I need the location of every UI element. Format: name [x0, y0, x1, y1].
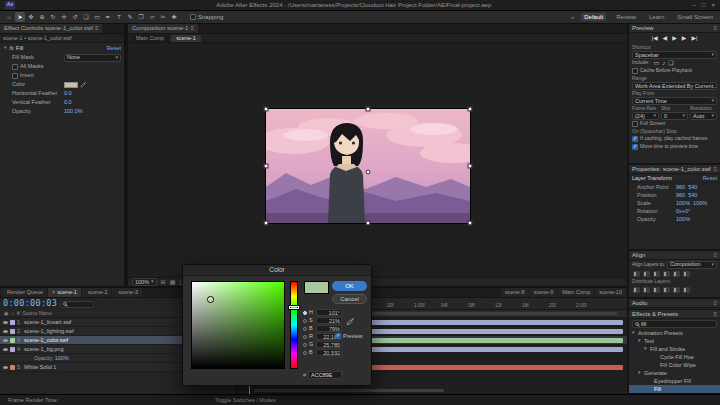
all-masks-checkbox[interactable]: ✓: [12, 64, 18, 70]
toggle-switches-modes-button[interactable]: Toggle Switches / Modes: [215, 397, 276, 403]
visibility-toggle[interactable]: [3, 339, 8, 342]
effects-search-box[interactable]: [632, 320, 717, 328]
timeline-tab[interactable]: scene-2: [82, 288, 112, 297]
minimize-icon[interactable]: –: [693, 2, 696, 9]
visibility-toggle[interactable]: [3, 348, 8, 351]
timeline-tab[interactable]: scene-3: [112, 288, 142, 297]
selection-handle[interactable]: [265, 108, 268, 111]
composition-canvas[interactable]: [266, 109, 470, 223]
preset-item[interactable]: Eyedropper Fill: [629, 377, 720, 385]
preview-toggle[interactable]: ✓ Preview: [335, 333, 363, 339]
pan-behind-tool[interactable]: ❏: [81, 12, 91, 22]
color-marker[interactable]: [207, 296, 214, 303]
clone-stamp-tool[interactable]: ❐: [136, 12, 146, 22]
panel-menu-icon[interactable]: ≡: [713, 311, 717, 318]
position-value[interactable]: 960: [676, 192, 685, 198]
eraser-tool[interactable]: ▱: [147, 12, 157, 22]
rotation-value[interactable]: 0x+0°: [676, 208, 690, 214]
color-component-radio[interactable]: [303, 335, 307, 339]
visibility-toggle[interactable]: [3, 321, 8, 324]
preset-item[interactable]: ▼ Generate: [629, 369, 720, 377]
more-workspaces-icon[interactable]: »: [571, 14, 574, 21]
resolution-dropdown[interactable]: Auto▾: [690, 112, 717, 120]
hue-slider[interactable]: [290, 281, 298, 369]
timeline-search-box[interactable]: [60, 301, 94, 308]
skip-dropdown[interactable]: 0▾: [661, 112, 688, 120]
selection-handle[interactable]: [367, 108, 370, 111]
effects-search-input[interactable]: [641, 321, 714, 327]
fill-opacity-value[interactable]: 100.0%: [64, 108, 83, 114]
range-dropdown[interactable]: Work Area Extended By Current... ▾: [632, 82, 717, 90]
magnification-dropdown[interactable]: 100% ▾: [132, 278, 157, 286]
opacity-value[interactable]: 100%: [676, 216, 690, 222]
twirl-icon[interactable]: ▼: [631, 331, 636, 336]
roto-brush-tool[interactable]: ✂: [158, 12, 168, 22]
label-color-chip[interactable]: [10, 347, 15, 352]
reset-effect-button[interactable]: Reset: [107, 45, 121, 51]
distribute-right-icon[interactable]: [683, 287, 690, 293]
viewer-tab[interactable]: scene-1: [171, 35, 201, 42]
twirl-icon[interactable]: ▼: [637, 371, 642, 376]
preview-checkbox[interactable]: ✓: [335, 333, 341, 339]
align-right-icon[interactable]: [653, 271, 660, 277]
current-time-display[interactable]: 0:00:00:03: [3, 299, 57, 308]
label-color-chip[interactable]: [10, 365, 15, 370]
preset-item[interactable]: Cycle Fill Hue: [629, 353, 720, 361]
full-screen-checkbox[interactable]: ✓: [632, 121, 638, 127]
close-icon[interactable]: ×: [711, 2, 715, 9]
align-vertical-center-icon[interactable]: [673, 271, 680, 277]
selection-handle[interactable]: [469, 108, 472, 111]
move-time-checkbox[interactable]: ✓: [632, 144, 638, 150]
anchor-point-value[interactable]: 960: [676, 184, 685, 190]
audio-icon[interactable]: ♪: [662, 60, 665, 67]
property-value[interactable]: 100%: [55, 355, 69, 361]
preset-item[interactable]: Fill: [629, 385, 720, 393]
color-component-field[interactable]: 101°: [316, 309, 342, 316]
home-icon[interactable]: ⌂: [4, 12, 14, 22]
selection-handle[interactable]: [367, 222, 370, 225]
dialog-title[interactable]: Color: [183, 265, 371, 276]
hand-tool[interactable]: ✥: [26, 12, 36, 22]
orbit-camera-tool[interactable]: ↻: [48, 12, 58, 22]
frame-rate-dropdown[interactable]: (24)▾: [632, 112, 659, 120]
video-icon[interactable]: ▭: [654, 60, 660, 67]
color-component-radio[interactable]: [303, 327, 307, 331]
puppet-pin-tool[interactable]: ✚: [169, 12, 179, 22]
panel-menu-icon[interactable]: ≡: [95, 25, 99, 32]
color-component-field[interactable]: 25,785: [316, 341, 342, 348]
selection-handle[interactable]: [469, 165, 472, 168]
color-component-radio[interactable]: [303, 343, 307, 347]
viewer-tab[interactable]: Main Comp: [131, 35, 169, 42]
workspace-tab[interactable]: Small Screen: [674, 13, 716, 22]
visibility-toggle[interactable]: [3, 366, 8, 369]
timeline-tab[interactable]: Render Queue: [1, 288, 47, 297]
last-frame-button[interactable]: ▶|: [691, 35, 697, 42]
align-left-icon[interactable]: [633, 271, 640, 277]
invert-checkbox[interactable]: ✓: [12, 73, 18, 79]
distribute-bottom-icon[interactable]: [653, 287, 660, 293]
eyedropper-icon[interactable]: [80, 81, 87, 88]
ok-button[interactable]: OK: [332, 281, 367, 291]
selection-handle[interactable]: [265, 165, 268, 168]
panel-menu-icon[interactable]: ≡: [713, 252, 717, 259]
workspace-tab[interactable]: Default: [581, 13, 606, 22]
reset-transform-button[interactable]: Reset: [703, 175, 717, 181]
distribute-top-icon[interactable]: [633, 287, 640, 293]
color-component-field[interactable]: 79%: [316, 325, 342, 332]
previous-frame-button[interactable]: ◀: [663, 35, 668, 42]
horizontal-scrollbar[interactable]: [254, 389, 444, 392]
brush-tool[interactable]: ✎: [125, 12, 135, 22]
grid-and-guides-icon[interactable]: ⊞: [161, 279, 166, 286]
twirl-icon[interactable]: ▼: [643, 347, 648, 352]
first-frame-button[interactable]: |◀: [651, 35, 657, 42]
preset-item[interactable]: ▼ Fill and Stroke: [629, 345, 720, 353]
hex-field[interactable]: ACC89E: [308, 371, 342, 379]
pen-tool[interactable]: ✒: [103, 12, 113, 22]
color-component-radio[interactable]: [303, 351, 307, 355]
timeline-tab[interactable]: scene-10: [595, 288, 626, 297]
workspace-tab[interactable]: Review: [613, 13, 639, 22]
preset-item[interactable]: ▼ Animation Presets: [629, 329, 720, 337]
workspace-tab[interactable]: Learn: [646, 13, 667, 22]
color-component-field[interactable]: 21%: [316, 317, 342, 324]
play-from-dropdown[interactable]: Current Time ▾: [632, 97, 717, 105]
